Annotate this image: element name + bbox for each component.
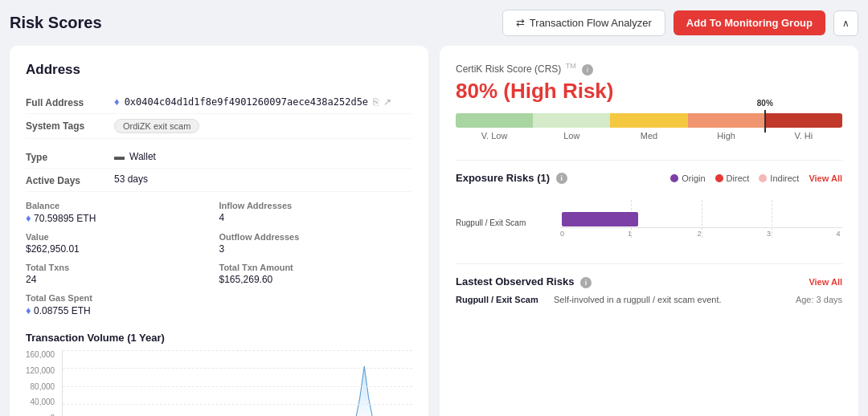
crs-info-icon[interactable]: i [582,64,593,75]
chart-svg [63,350,412,416]
x-tick-0: 0 [560,230,564,238]
exposure-info-icon[interactable]: i [556,173,567,184]
main-content: Address Full Address ♦ 0x0404c04d1d1f8e9… [10,46,858,416]
legend: Origin Direct Indirect View All [670,173,842,183]
exposure-header: Exposure Risks (1) i Origin Direct Indir… [456,172,842,185]
full-address-label: Full Address [26,96,114,108]
direct-dot [715,174,723,182]
full-address-value: ♦ 0x0404c04d1d1f8e9f4901260097aece438a25… [114,96,391,108]
lastest-desc: Self-involved in a rugpull / exit scam e… [554,295,786,304]
address-section-title: Address [26,62,412,78]
risk-labels: V. Low Low Med High V. Hi [456,131,842,141]
exposure-row-label: Rugpull / Exit Scam [456,217,552,227]
exposure-view-all[interactable]: View All [809,173,842,183]
system-tag: OrdiZK exit scam [114,119,199,133]
segment-low [533,113,610,128]
wallet-icon: ▬ [114,150,125,162]
exposure-bar-area: 0 1 2 3 4 [560,200,842,238]
chart-title: Transaction Volume (1 Year) [26,332,412,344]
eth-icon-balance: ♦ [26,212,31,224]
system-tags-value: OrdiZK exit scam [114,119,199,133]
legend-direct: Direct [715,173,750,183]
total-txns-value: 24 [26,274,219,285]
lastest-title: Lastest Observed Risks i [456,275,592,288]
segment-vhigh [765,113,842,128]
risk-marker-label: 80% [757,99,773,108]
type-value: ▬ Wallet [114,150,156,162]
label-high: High [688,131,765,141]
external-link-icon[interactable]: ↗ [383,96,391,108]
lastest-row: Rugpull / Exit Scam Self-involved in a r… [456,295,842,304]
exposure-bar [562,212,638,226]
y-label-2: 80,000 [26,382,55,391]
chart-y-axis: 160,000 120,000 80,000 40,000 0 [26,350,55,416]
full-address-row: Full Address ♦ 0x0404c04d1d1f8e9f4901260… [26,91,412,114]
eth-icon-gas: ♦ [26,304,31,316]
analyzer-label: Transaction Flow Analyzer [530,17,652,29]
grid-line-3 [63,404,412,405]
inflow-label: Inflow Addresses [219,201,413,210]
divider-1 [456,160,842,161]
page-title: Risk Scores [10,14,102,32]
outflow-stat: Outflow Addresses 3 [219,228,413,259]
lastest-info-icon[interactable]: i [580,277,592,288]
type-row: Type ▬ Wallet [26,145,412,169]
inflow-value: 4 [219,212,413,223]
segment-high [688,113,765,128]
segment-vlow [456,113,533,128]
y-label-1: 120,000 [26,366,55,375]
divider-2 [456,263,842,264]
x-tick-1: 1 [628,230,632,238]
system-tags-label: System Tags [26,119,114,132]
grid-line-0 [63,350,412,351]
crs-score: 80% (High Risk) [456,79,842,104]
grid-line-1 [63,368,412,369]
risk-bar [456,113,842,128]
total-txn-amount-value: $165,269.60 [219,274,413,285]
type-label: Type [26,150,114,163]
active-days-value: 53 days [114,173,148,185]
x-tick-3: 3 [767,230,771,238]
y-label-0: 160,000 [26,350,55,359]
total-txns-stat: Total Txns 24 [26,259,219,289]
lastest-header: Lastest Observed Risks i View All [456,275,842,288]
segment-med [610,113,687,128]
total-gas-value: ♦ 0.08755 ETH [26,304,219,316]
copy-icon[interactable]: ⎘ [373,96,379,108]
inflow-stat: Inflow Addresses 4 [219,197,413,228]
exposure-x-axis: 0 1 2 3 4 [560,227,842,238]
label-vhigh: V. Hi [765,131,842,141]
monitoring-button[interactable]: Add To Monitoring Group [674,10,825,35]
balance-value: ♦ 70.59895 ETH [26,212,219,224]
trademark: TM [566,62,576,70]
y-label-3: 40,000 [26,398,55,406]
legend-indirect: Indirect [759,173,799,183]
label-low: Low [533,131,610,141]
active-days-row: Active Days 53 days [26,169,412,192]
outflow-value: 3 [219,243,413,255]
system-tags-row: System Tags OrdiZK exit scam [26,114,412,139]
collapse-button[interactable]: ∧ [833,10,858,36]
balance-stat: Balance ♦ 70.59895 ETH [26,197,219,228]
exposure-chart: Rugpull / Exit Scam 0 1 2 3 4 [456,192,842,252]
indirect-dot [759,174,767,182]
origin-dot [670,174,678,182]
total-txn-amount-label: Total Txn Amount [219,263,413,272]
lastest-view-all[interactable]: View All [809,277,842,287]
chart-area [62,350,412,416]
eth-icon: ♦ [114,96,120,108]
total-txn-amount-stat: Total Txn Amount $165,269.60 [219,259,413,289]
value-label: Value [26,232,219,242]
value-value: $262,950.01 [26,243,219,255]
value-stat: Value $262,950.01 [26,228,219,259]
analyzer-icon: ⇄ [516,17,525,29]
grid-line-2 [63,386,412,387]
total-gas-label: Total Gas Spent [26,293,219,303]
exposure-title: Exposure Risks (1) i [456,172,567,185]
x-tick-2: 2 [697,230,701,238]
analyzer-button[interactable]: ⇄ Transaction Flow Analyzer [502,10,665,36]
lastest-age: Age: 3 days [796,295,842,304]
risk-marker-line [764,110,766,133]
label-med: Med [610,131,687,141]
address-text: 0x0404c04d1d1f8e9f4901260097aece438a252d… [125,96,368,108]
